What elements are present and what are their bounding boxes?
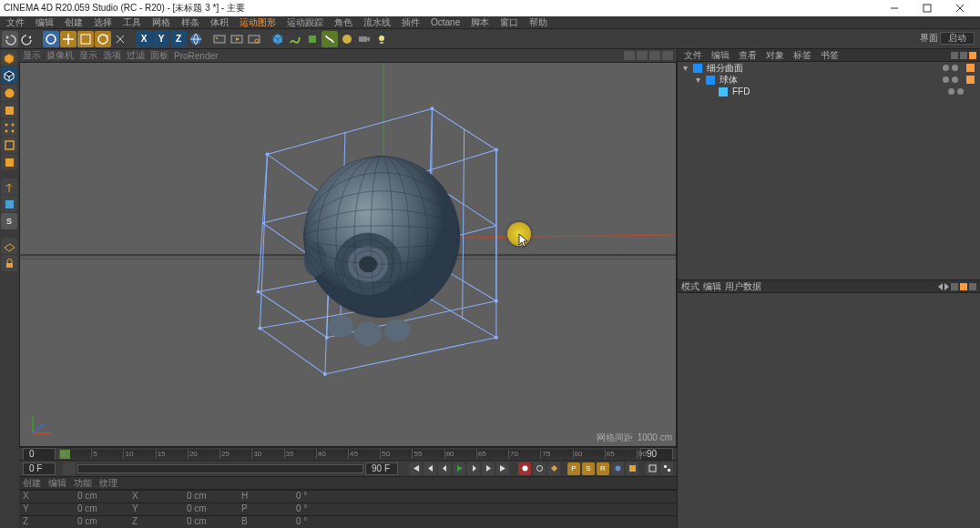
range-slider[interactable]: [77, 464, 363, 473]
live-select-button[interactable]: [43, 31, 59, 47]
menu-6[interactable]: 样条: [179, 16, 202, 29]
object-name[interactable]: 球体: [720, 74, 738, 86]
range-start-button[interactable]: [63, 462, 76, 475]
objtab-5[interactable]: 书签: [818, 49, 842, 62]
move-tool-button[interactable]: [60, 31, 77, 47]
menu-3[interactable]: 选择: [91, 16, 115, 29]
object-name[interactable]: FFD: [732, 86, 750, 96]
coord-1-5[interactable]: 0 °: [296, 503, 351, 515]
coord-0-5[interactable]: 0 °: [296, 491, 351, 503]
scale-tool-button[interactable]: [77, 31, 94, 47]
record-button[interactable]: [518, 462, 531, 475]
viewport-solo-button[interactable]: [1, 196, 17, 212]
attr-prev-icon[interactable]: [938, 283, 943, 290]
coord-2-3[interactable]: 0 cm: [187, 516, 241, 528]
vpmenu-5[interactable]: 面板: [150, 49, 168, 62]
z-axis-lock[interactable]: Z: [170, 31, 187, 47]
objtab-0[interactable]: 文件: [681, 49, 705, 62]
texture-mode-button[interactable]: [1, 85, 17, 101]
coord-1-3[interactable]: 0 cm: [187, 503, 241, 515]
edge-mode-button[interactable]: [1, 137, 17, 153]
param-key-button[interactable]: [611, 462, 624, 475]
vpmenu-6[interactable]: ProRender: [174, 51, 218, 61]
redo-button[interactable]: [19, 31, 36, 47]
coord-0-1[interactable]: 0 cm: [77, 491, 132, 503]
layout-dropdown[interactable]: 启动: [940, 32, 975, 45]
menu-5[interactable]: 网格: [149, 16, 173, 29]
phong-tag-icon[interactable]: [966, 64, 975, 72]
menu-15[interactable]: 窗口: [497, 16, 521, 29]
menu-7[interactable]: 体积: [208, 16, 231, 29]
timeline-window-button[interactable]: [646, 462, 658, 475]
objtab-2[interactable]: 查看: [736, 49, 760, 62]
light-button[interactable]: [373, 31, 390, 47]
visibility-dot-1[interactable]: [957, 88, 964, 95]
coord-2-1[interactable]: 0 cm: [77, 516, 132, 528]
object-row-2[interactable]: FFD: [678, 86, 980, 97]
polygon-mode-button[interactable]: [1, 154, 17, 170]
vp-nav-3[interactable]: [649, 51, 660, 60]
attrtab-2[interactable]: 用户数据: [725, 280, 761, 293]
lock-button[interactable]: [1, 255, 17, 271]
objtab-4[interactable]: 标签: [791, 49, 814, 62]
environment-button[interactable]: [339, 31, 355, 47]
attr-next-icon[interactable]: [944, 283, 949, 290]
vp-nav-2[interactable]: [637, 51, 648, 60]
render-view-button[interactable]: [211, 31, 228, 47]
object-name[interactable]: 细分曲面: [707, 62, 743, 75]
vpmenu-4[interactable]: 过滤: [127, 49, 145, 62]
menu-11[interactable]: 流水线: [361, 16, 393, 29]
vpmenu-0[interactable]: 显示: [23, 49, 41, 62]
object-manager[interactable]: ▾细分曲面▾球体 FFD: [678, 62, 980, 280]
last-tool-button[interactable]: [112, 31, 128, 47]
menu-13[interactable]: Octane: [428, 17, 463, 27]
render-settings-button[interactable]: [246, 31, 262, 47]
layout-selector[interactable]: 界面 启动: [920, 32, 975, 45]
attr-new-icon[interactable]: [960, 283, 967, 290]
camera-button[interactable]: [356, 31, 373, 47]
vpmenu-2[interactable]: 显示: [79, 49, 97, 62]
model-mode-button[interactable]: [1, 67, 17, 84]
menu-4[interactable]: 工具: [120, 16, 144, 29]
status-2[interactable]: 功能: [74, 477, 92, 490]
rot-key-button[interactable]: R: [597, 462, 609, 475]
x-axis-lock[interactable]: X: [136, 31, 152, 47]
attrtab-0[interactable]: 模式: [681, 280, 699, 293]
spline-button[interactable]: [287, 31, 303, 47]
scale-key-button[interactable]: S: [582, 462, 595, 475]
coord-2-5[interactable]: 0 °: [296, 516, 351, 528]
perspective-viewport[interactable]: 网格间距 1000 cm: [19, 62, 677, 447]
timeline-start-field[interactable]: 0: [23, 448, 56, 461]
menu-1[interactable]: 编辑: [33, 16, 56, 29]
coord-1-1[interactable]: 0 cm: [77, 503, 132, 515]
rotate-tool-button[interactable]: [95, 31, 111, 47]
y-axis-lock[interactable]: Y: [153, 31, 169, 47]
visibility-dot-0[interactable]: [948, 88, 954, 95]
prev-key-button[interactable]: [424, 462, 436, 475]
menu-0[interactable]: 文件: [4, 16, 27, 29]
status-0[interactable]: 创建: [23, 477, 41, 490]
object-mode-button[interactable]: [1, 102, 17, 118]
undo-button[interactable]: [2, 31, 18, 47]
make-editable-button[interactable]: [1, 50, 17, 66]
coord-0-3[interactable]: 0 cm: [187, 491, 241, 503]
expand-icon[interactable]: ▾: [696, 75, 703, 85]
cube-primitive-button[interactable]: [270, 31, 286, 47]
object-row-1[interactable]: ▾球体: [678, 74, 980, 86]
workplane-button[interactable]: [1, 238, 17, 254]
current-frame-field[interactable]: 0 F: [23, 462, 56, 475]
attr-up-icon[interactable]: [951, 283, 958, 290]
coord-system-button[interactable]: [188, 31, 204, 47]
menu-2[interactable]: 创建: [62, 16, 86, 29]
play-button[interactable]: [453, 462, 465, 475]
vp-nav-1[interactable]: [624, 51, 635, 60]
pla-key-button[interactable]: [626, 462, 638, 475]
menu-8[interactable]: 运动图形: [237, 16, 279, 29]
prev-frame-button[interactable]: [438, 462, 451, 475]
goto-end-button[interactable]: [496, 462, 509, 475]
attribute-manager[interactable]: [678, 293, 980, 528]
snap-button[interactable]: S: [1, 213, 17, 229]
status-1[interactable]: 编辑: [48, 477, 66, 490]
point-mode-button[interactable]: [1, 119, 17, 136]
vpmenu-3[interactable]: 选项: [103, 49, 121, 62]
